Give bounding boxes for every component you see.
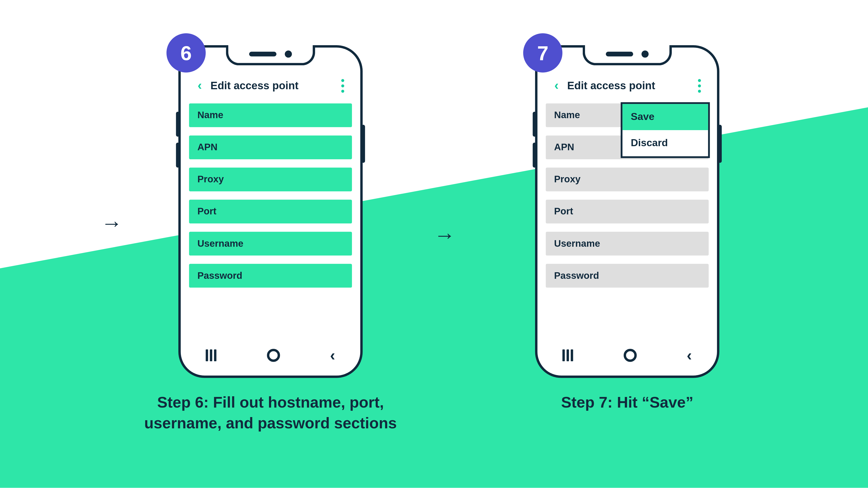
screen-title: Edit access point — [563, 79, 693, 92]
speaker-icon — [606, 52, 633, 57]
proxy-field[interactable]: Proxy — [546, 168, 709, 191]
home-button[interactable] — [623, 349, 637, 362]
speaker-icon — [249, 52, 276, 57]
camera-icon — [285, 51, 292, 58]
phone-step-7: 7 ‹ Edit access point Name APN Proxy Por… — [535, 45, 719, 378]
phone-notch — [583, 45, 672, 65]
port-field[interactable]: Port — [189, 200, 352, 223]
step-7-caption: Step 7: Hit “Save” — [517, 392, 737, 413]
username-field[interactable]: Username — [546, 232, 709, 256]
camera-icon — [642, 51, 649, 58]
toolbar: ‹ Edit access point — [189, 74, 352, 97]
discard-menu-item[interactable]: Discard — [622, 130, 708, 156]
caption-line: Step 6: Fill out hostname, port, — [113, 392, 428, 413]
recents-button[interactable] — [206, 350, 217, 361]
port-field[interactable]: Port — [546, 200, 709, 223]
proxy-field[interactable]: Proxy — [189, 168, 352, 191]
caption-line: username, and password sections — [113, 413, 428, 434]
back-button[interactable]: ‹ — [549, 78, 563, 93]
more-menu-button[interactable] — [693, 78, 705, 92]
back-button[interactable]: ‹ — [193, 78, 207, 93]
android-navbar: ‹ — [181, 344, 360, 367]
save-menu-item[interactable]: Save — [622, 104, 708, 130]
volume-up-button — [533, 111, 536, 136]
caption-line: Step 7: Hit “Save” — [517, 392, 737, 413]
screen-title: Edit access point — [207, 79, 336, 92]
back-nav-button[interactable]: ‹ — [687, 346, 692, 365]
phone-step-6: 6 ‹ Edit access point Name APN Proxy Por… — [178, 45, 363, 378]
username-field[interactable]: Username — [189, 232, 352, 256]
password-field[interactable]: Password — [546, 264, 709, 288]
volume-down-button — [533, 142, 536, 167]
password-field[interactable]: Password — [189, 264, 352, 288]
toolbar: ‹ Edit access point — [546, 74, 709, 97]
more-menu-button[interactable] — [337, 78, 348, 92]
phone-notch — [226, 45, 315, 65]
step-badge: 6 — [166, 33, 206, 72]
step-badge: 7 — [523, 33, 563, 72]
recents-button[interactable] — [563, 350, 573, 361]
back-nav-button[interactable]: ‹ — [330, 346, 335, 365]
step-6-caption: Step 6: Fill out hostname, port, usernam… — [113, 392, 428, 434]
home-button[interactable] — [267, 349, 280, 362]
apn-field[interactable]: APN — [189, 135, 352, 159]
volume-down-button — [176, 142, 180, 167]
overflow-menu: Save Discard — [621, 102, 710, 158]
power-button — [718, 125, 722, 163]
arrow-right-icon: → — [101, 213, 123, 234]
arrow-right-icon: → — [434, 225, 456, 246]
android-navbar: ‹ — [537, 344, 717, 367]
volume-up-button — [176, 111, 180, 136]
name-field[interactable]: Name — [189, 103, 352, 127]
power-button — [362, 125, 365, 163]
